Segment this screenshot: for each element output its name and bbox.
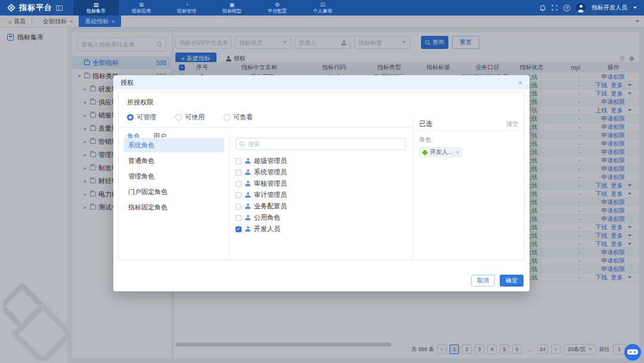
collapse-menu-icon[interactable]: [56, 5, 63, 11]
role-category[interactable]: 管理角色: [123, 169, 224, 183]
permission-radio[interactable]: 可使用: [175, 113, 205, 122]
role-category[interactable]: 系统角色: [123, 138, 224, 152]
role-checkbox[interactable]: [236, 170, 242, 176]
user-name[interactable]: 指标开发人员: [592, 4, 627, 12]
role-name: 审核管理员: [254, 179, 287, 188]
avatar[interactable]: [576, 3, 586, 13]
search-icon: [240, 141, 245, 147]
user-icon: [245, 170, 250, 175]
selected-tag: 开发人... ×: [419, 147, 463, 158]
cancel-button[interactable]: 取消: [471, 275, 495, 287]
manage-icon: ◔: [185, 2, 188, 8]
modal-header: 授权 ×: [113, 75, 530, 90]
nav-item-label: 个人事项: [313, 8, 332, 14]
user-icon: [245, 215, 250, 220]
selected-pane: 已选 清空 角色 开发人... ×: [413, 118, 524, 260]
user-icon: [245, 226, 250, 232]
nav-item[interactable]: ▤指标集市: [73, 0, 119, 16]
nav-right: ? 指标开发人员: [540, 3, 644, 13]
role-checkbox[interactable]: [236, 158, 242, 164]
role-category[interactable]: 门户固定角色: [123, 184, 224, 199]
authorization-modal: 授权 × 所授权限 可管理可使用可查看 角色用户 系统角色普通角色管理角色门户固…: [113, 75, 530, 291]
role-name: 审计管理员: [254, 190, 287, 199]
role-list-pane: 超级管理员系统管理员审核管理员审计管理员业务配置员公用角色✓开发人员: [230, 133, 412, 260]
selected-title: 已选: [419, 119, 432, 128]
gear-icon: ⚙: [275, 2, 280, 8]
fullscreen-icon[interactable]: [552, 5, 558, 11]
role-name: 开发人员: [254, 224, 280, 233]
role-checkbox[interactable]: [236, 215, 242, 221]
role-category[interactable]: 指标固定角色: [123, 200, 224, 214]
role-item[interactable]: ✓开发人员: [236, 223, 406, 235]
role-name: 公用角色: [254, 213, 280, 222]
role-checkbox[interactable]: ✓: [236, 226, 242, 232]
tag-icon: [422, 149, 428, 155]
nav-item[interactable]: ▣指标模型: [209, 0, 255, 16]
role-item[interactable]: 公用角色: [236, 212, 406, 223]
nav-item-label: 指标应用: [132, 8, 151, 14]
brand-logo-icon: [7, 4, 16, 12]
brand[interactable]: 指标平台: [0, 2, 69, 13]
bell-icon[interactable]: [540, 5, 546, 11]
nav-item[interactable]: ⚙平台配置: [255, 0, 300, 16]
role-category[interactable]: 普通角色: [123, 153, 224, 168]
role-item[interactable]: 系统管理员: [236, 167, 406, 178]
model-icon: ▣: [230, 2, 235, 8]
screen: 指标平台 ▤指标集市⊞指标应用◔指标管理▣指标模型⚙平台配置☑个人事项 ? 指标…: [0, 0, 644, 363]
app-title: 指标平台: [19, 2, 52, 13]
modal-body: 所授权限 可管理可使用可查看 角色用户 系统角色普通角色管理角色门户固定角色指标…: [118, 92, 525, 260]
radio-icon: [224, 114, 230, 121]
user-icon: [245, 158, 250, 164]
user-icon: [245, 204, 250, 209]
role-name: 业务配置员: [254, 202, 287, 211]
nav-item-label: 平台配置: [268, 8, 287, 14]
role-category-list: 系统角色普通角色管理角色门户固定角色指标固定角色: [119, 133, 229, 260]
user-icon: [245, 192, 250, 198]
role-search-input[interactable]: [248, 141, 402, 147]
confirm-button[interactable]: 确定: [500, 275, 524, 287]
store-icon: ▤: [94, 2, 99, 8]
role-list: 超级管理员系统管理员审核管理员审计管理员业务配置员公用角色✓开发人员: [236, 155, 406, 235]
role-item[interactable]: 审核管理员: [236, 178, 406, 189]
permission-radio[interactable]: 可查看: [224, 113, 253, 122]
user-caret-icon[interactable]: [633, 7, 637, 9]
clear-selected-button[interactable]: 清空: [506, 120, 518, 128]
help-icon[interactable]: ?: [564, 5, 570, 11]
permission-label: 所授权限: [127, 98, 524, 107]
nav-items: ▤指标集市⊞指标应用◔指标管理▣指标模型⚙平台配置☑个人事项: [73, 0, 345, 16]
role-item[interactable]: 超级管理员: [236, 155, 406, 167]
selected-header: 已选 清空: [413, 118, 524, 131]
user-icon: [245, 181, 250, 186]
role-search[interactable]: [236, 138, 406, 150]
close-icon[interactable]: ×: [518, 78, 522, 87]
nav-item-label: 指标集市: [86, 8, 106, 14]
role-item[interactable]: 业务配置员: [236, 201, 406, 212]
radio-icon: [175, 114, 182, 121]
role-checkbox[interactable]: [236, 204, 242, 210]
selected-group-label: 角色: [419, 136, 518, 144]
modal-footer: 取消 确定: [471, 275, 524, 287]
assistant-robot[interactable]: [624, 344, 641, 361]
radio-icon: [127, 114, 134, 121]
nav-item[interactable]: ☑个人事项: [300, 0, 345, 16]
nav-item-label: 指标模型: [222, 8, 242, 14]
role-name: 系统管理员: [254, 168, 287, 177]
radio-label: 可使用: [185, 113, 205, 122]
role-checkbox[interactable]: [236, 192, 242, 198]
personal-icon: ☑: [320, 2, 325, 8]
role-item[interactable]: 审计管理员: [236, 189, 406, 201]
top-nav: 指标平台 ▤指标集市⊞指标应用◔指标管理▣指标模型⚙平台配置☑个人事项 ? 指标…: [0, 0, 644, 16]
apps-icon: ⊞: [139, 2, 144, 8]
nav-item[interactable]: ⊞指标应用: [119, 0, 164, 16]
remove-tag-icon[interactable]: ×: [456, 149, 459, 156]
modal-title: 授权: [120, 78, 134, 87]
nav-item[interactable]: ◔指标管理: [164, 0, 209, 16]
modal-columns: 系统角色普通角色管理角色门户固定角色指标固定角色 超级管理员系统管理员审核管理员…: [119, 133, 412, 260]
selected-tag-label: 开发人...: [430, 148, 453, 156]
role-name: 超级管理员: [254, 156, 287, 165]
radio-label: 可查看: [233, 113, 253, 122]
permission-radio[interactable]: 可管理: [127, 113, 156, 122]
nav-item-label: 指标管理: [177, 8, 196, 14]
role-checkbox[interactable]: [236, 181, 242, 187]
radio-label: 可管理: [137, 113, 156, 122]
